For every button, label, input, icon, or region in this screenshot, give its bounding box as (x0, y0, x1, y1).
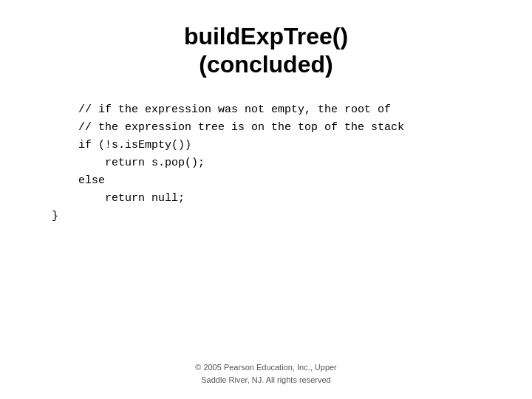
slide-footer: © 2005 Pearson Education, Inc., Upper Sa… (195, 361, 337, 386)
code-line-4: return s.pop(); (52, 154, 502, 172)
footer-line2: Saddle River, NJ. All rights reserved (201, 375, 330, 384)
title-line1: buildExpTree() (184, 23, 348, 50)
code-line-3: if (!s.isEmpty()) (52, 137, 502, 154)
code-line-1: // if the expression was not empty, the … (52, 101, 502, 119)
footer-line1: © 2005 Pearson Education, Inc., Upper (195, 363, 337, 372)
slide-title: buildExpTree() (concluded) (184, 22, 348, 79)
code-line-5: else (52, 172, 502, 190)
code-line-6: return null; (52, 190, 502, 208)
code-line-2: // the expression tree is on the top of … (52, 119, 502, 137)
code-line-7: } (52, 208, 502, 225)
code-block: // if the expression was not empty, the … (30, 101, 502, 225)
slide-container: buildExpTree() (concluded) // if the exp… (0, 0, 532, 399)
title-line2: (concluded) (199, 51, 332, 78)
